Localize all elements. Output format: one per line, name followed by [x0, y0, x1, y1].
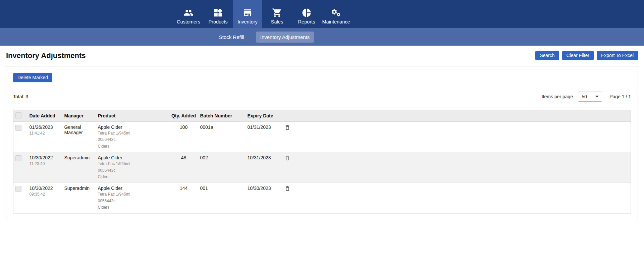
qty-added: 100 — [171, 122, 197, 152]
maintenance-icon — [331, 7, 341, 18]
product-name: Apple Cider — [98, 186, 171, 191]
row-checkbox[interactable] — [15, 125, 21, 131]
reports-icon — [302, 7, 312, 18]
items-per-page-value: 50 — [582, 94, 587, 99]
expiry-date: 10/30/2023 — [248, 183, 284, 213]
page-indicator: Page 1 / 1 — [609, 94, 631, 99]
product-detail: Tetra Pac 1/945ml — [98, 130, 171, 136]
panel-meta: Total: 3 Items per page 50 Page 1 / 1 — [13, 92, 631, 102]
subnav-item-inventory-adjustments[interactable]: Inventory Adjustments — [256, 32, 314, 43]
nav-item-sales[interactable]: Sales — [262, 0, 292, 28]
sub-navigation: Stock Refill Inventory Adjustments — [0, 28, 644, 46]
products-icon — [213, 7, 223, 18]
delete-row-icon[interactable] — [284, 186, 290, 192]
column-header-qty-added[interactable]: Qty. Added — [171, 110, 197, 122]
batch-number: 002 — [197, 152, 248, 183]
delete-marked-button[interactable]: Delete Marked — [13, 73, 52, 82]
date-added: 01/26/2023 — [30, 124, 64, 130]
column-header-actions — [284, 110, 301, 122]
delete-row-icon[interactable] — [284, 155, 290, 161]
manager: Superadmin — [64, 183, 98, 213]
column-header-date-added[interactable]: Date Added — [30, 110, 64, 122]
product-detail: Ciders — [98, 174, 171, 180]
nav-group: Customers Products Inventory Sales Repor — [174, 0, 351, 28]
expiry-date: 10/31/2023 — [248, 152, 284, 183]
product-name: Apple Cider — [98, 155, 171, 160]
column-header-manager[interactable]: Manager — [64, 110, 98, 122]
qty-added: 144 — [171, 183, 197, 213]
time-added: 09:35:42 — [30, 192, 64, 197]
subnav-item-stock-refill[interactable]: Stock Refill — [215, 32, 249, 43]
product-detail: 0056443c — [98, 137, 171, 143]
search-button[interactable]: Search — [535, 51, 559, 60]
pagination-controls: Items per page 50 Page 1 / 1 — [542, 92, 631, 102]
manager: Superadmin — [64, 152, 98, 183]
clear-filter-button[interactable]: Clear Filter — [562, 51, 594, 60]
row-checkbox[interactable] — [15, 155, 21, 161]
nav-item-inventory[interactable]: Inventory — [233, 0, 262, 28]
batch-number: 001 — [197, 183, 248, 213]
nav-label: Maintenance — [322, 19, 350, 24]
table-header-row: Date Added Manager Product Qty. Added Ba… — [13, 110, 631, 122]
column-header-batch-number[interactable]: Batch Number — [197, 110, 248, 122]
product-detail: Ciders — [98, 205, 171, 210]
table-row: 10/30/2022 11:23:40 Superadmin Apple Cid… — [13, 152, 631, 183]
row-checkbox[interactable] — [15, 186, 21, 192]
table-row: 01/26/2023 11:41:42 General Manager Appl… — [13, 122, 631, 152]
page-actions: Search Clear Filter Export To Excel — [535, 51, 638, 60]
dropdown-caret-icon — [595, 96, 599, 98]
items-per-page-label: Items per page — [542, 94, 573, 99]
product-detail: 0056443c — [98, 198, 171, 204]
nav-label: Sales — [271, 19, 283, 24]
subnav-group: Stock Refill Inventory Adjustments — [215, 32, 314, 43]
qty-added: 48 — [171, 152, 197, 183]
top-navigation: Customers Products Inventory Sales Repor — [0, 0, 644, 28]
product-detail: 0056443c — [98, 168, 171, 173]
inventory-icon — [243, 7, 253, 18]
date-added: 10/30/2022 — [30, 186, 64, 191]
nav-item-maintenance[interactable]: Maintenance — [321, 0, 351, 28]
sales-icon — [272, 7, 282, 18]
total-count: Total: 3 — [13, 94, 28, 99]
nav-label: Inventory — [237, 19, 258, 24]
table-row: 10/30/2022 09:35:42 Superadmin Apple Cid… — [13, 183, 631, 213]
product-detail: Tetra Pac 1/945ml — [98, 161, 171, 167]
delete-row-icon[interactable] — [284, 124, 290, 130]
product-detail: Ciders — [98, 144, 171, 149]
time-added: 11:41:42 — [30, 130, 64, 136]
nav-item-products[interactable]: Products — [203, 0, 233, 28]
select-all-checkbox[interactable] — [15, 112, 21, 118]
inventory-adjustments-panel: Delete Marked Total: 3 Items per page 50… — [6, 66, 638, 220]
nav-label: Customers — [177, 19, 200, 24]
time-added: 11:23:40 — [30, 161, 64, 167]
nav-item-reports[interactable]: Reports — [292, 0, 321, 28]
customers-icon — [183, 7, 194, 18]
page-title: Inventory Adjustments — [6, 51, 86, 60]
product-name: Apple Cider — [98, 124, 171, 130]
expiry-date: 01/31/2023 — [248, 122, 284, 152]
page-header: Inventory Adjustments Search Clear Filte… — [0, 46, 644, 64]
nav-item-customers[interactable]: Customers — [174, 0, 203, 28]
batch-number: 0001a — [197, 122, 248, 152]
column-header-filler — [301, 110, 631, 122]
nav-label: Reports — [298, 19, 315, 24]
product-detail: Tetra Pac 1/945ml — [98, 192, 171, 197]
export-to-excel-button[interactable]: Export To Excel — [597, 51, 638, 60]
nav-label: Products — [208, 19, 227, 24]
items-per-page-select[interactable]: 50 — [578, 92, 602, 102]
manager: General Manager — [64, 122, 98, 152]
column-header-product[interactable]: Product — [98, 110, 171, 122]
adjustments-table: Date Added Manager Product Qty. Added Ba… — [13, 110, 631, 214]
column-header-expiry-date[interactable]: Expiry Date — [248, 110, 284, 122]
date-added: 10/30/2022 — [30, 155, 64, 160]
